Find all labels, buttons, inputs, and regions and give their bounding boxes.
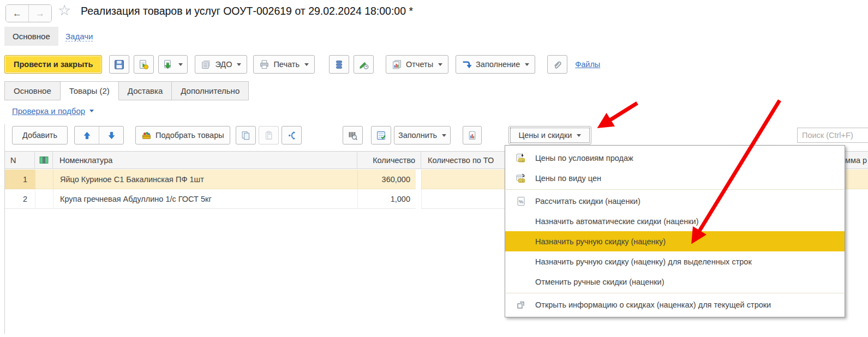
cell-marker <box>35 189 53 209</box>
chevron-down-icon <box>438 63 442 66</box>
menu-separator <box>506 189 844 190</box>
attachments-button[interactable] <box>547 55 567 74</box>
fill-table-button[interactable] <box>371 126 391 145</box>
document-tabs: Основное Товары (2) Доставка Дополнитель… <box>4 81 249 100</box>
print-button[interactable]: Печать <box>253 55 315 74</box>
menu-item-label: Рассчитать скидки (наценки) <box>535 197 640 206</box>
back-icon: ← <box>13 8 22 19</box>
forward-icon: → <box>35 8 45 19</box>
edo-button[interactable]: ЭДО <box>195 55 247 74</box>
paste-rows-button[interactable] <box>259 126 279 145</box>
pencil-clock-icon <box>358 59 369 70</box>
tab-delivery[interactable]: Доставка <box>119 81 172 100</box>
post-and-close-button[interactable]: Провести и закрыть <box>4 55 102 74</box>
barcode-search-button[interactable] <box>343 126 363 145</box>
menu-item-label: Назначить автоматические скидки (наценки… <box>535 217 699 226</box>
cell-sum-fragment <box>844 170 868 189</box>
registers-icon <box>334 59 344 70</box>
create-based-on-button[interactable] <box>158 55 188 74</box>
view-tab-tasks[interactable]: Задачи <box>65 32 93 41</box>
move-row-up-button[interactable] <box>75 127 99 144</box>
cell-n: 1 <box>5 170 35 189</box>
chevron-down-icon <box>525 63 529 66</box>
post-button[interactable] <box>134 55 154 74</box>
svg-text:1.11: 1.11 <box>519 159 524 161</box>
cell-marker <box>35 170 53 189</box>
document-chart-icon <box>467 130 477 141</box>
menu-item-prices-by-kind[interactable]: 1.11 Цены по виду цен <box>505 168 845 188</box>
edit-history-button[interactable] <box>354 55 374 74</box>
barcode-scanner-icon <box>348 130 358 141</box>
tab-additional[interactable]: Дополнительно <box>172 81 249 100</box>
column-header-qty[interactable]: Количество <box>357 151 421 169</box>
chevron-down-icon <box>89 110 94 112</box>
edo-icon <box>201 59 211 70</box>
prices-discounts-menu: 1.11 Цены по условиям продаж 1.11 Цены п… <box>505 145 845 317</box>
split-row-button[interactable] <box>282 126 302 145</box>
menu-item-label: Цены по условиям продаж <box>535 154 633 163</box>
search-input[interactable] <box>797 128 868 143</box>
price-tag-document-icon: 1.11 <box>516 153 526 164</box>
menu-item-manual-discount[interactable]: Назначить ручную скидку (наценку) <box>505 231 845 251</box>
print-button-label: Печать <box>273 60 300 69</box>
registers-button[interactable] <box>329 55 349 74</box>
svg-text:%: % <box>519 198 524 204</box>
svg-text:1.11: 1.11 <box>519 179 524 182</box>
copy-icon <box>241 130 251 141</box>
print-icon <box>259 59 270 70</box>
move-row-group <box>74 126 124 145</box>
cell-nomenclature: Яйцо Куриное С1 Бакалинская ПФ 1шт <box>53 170 357 189</box>
price-kind-table-icon: 1.11 <box>516 173 526 184</box>
chevron-down-icon <box>178 63 183 66</box>
column-header-qty-label: Количество <box>373 156 415 165</box>
back-button[interactable]: ← <box>6 5 28 22</box>
fill-button[interactable]: Заполнение <box>456 55 535 74</box>
add-row-button[interactable]: Добавить <box>12 126 68 145</box>
menu-item-label: Назначить ручную скидку (наценку) <box>535 237 666 246</box>
prices-discounts-button[interactable]: Цены и скидки <box>508 126 591 145</box>
row-chart-button[interactable] <box>463 126 482 145</box>
paperclip-icon <box>552 59 562 70</box>
column-header-n[interactable]: N <box>5 151 35 169</box>
arrow-down-icon <box>107 131 116 140</box>
table-check-icon <box>376 130 386 141</box>
split-arrows-icon <box>286 130 297 141</box>
move-row-down-button[interactable] <box>99 127 123 144</box>
chevron-down-icon <box>304 63 309 66</box>
fill-rows-button[interactable]: Заполнить <box>394 126 451 145</box>
create-based-on-icon <box>163 59 173 70</box>
menu-item-label: Открыть информацию о скидках (наценках) … <box>535 300 771 309</box>
save-icon <box>114 59 124 70</box>
menu-item-auto-discounts[interactable]: Назначить автоматические скидки (наценки… <box>505 211 845 231</box>
menu-item-manual-discount-selected-rows[interactable]: Назначить ручную скидку (наценку) для вы… <box>505 251 845 272</box>
save-button[interactable] <box>109 55 129 74</box>
reports-button[interactable]: Отчеты <box>386 55 448 74</box>
pick-goods-button[interactable]: Подобрать товары <box>135 126 230 145</box>
check-and-selection-link[interactable]: Проверка и подбор <box>12 106 94 116</box>
forward-button[interactable]: → <box>28 5 51 22</box>
reports-icon <box>392 59 402 70</box>
column-header-nomenclature[interactable]: Номенклатура <box>53 151 357 169</box>
column-header-sum-fragment[interactable]: мма р <box>844 151 868 169</box>
tab-goods[interactable]: Товары (2) <box>61 81 119 100</box>
cell-qty: 1,000 <box>357 189 416 209</box>
menu-item-cancel-manual-discounts[interactable]: Отменить ручные скидки (наценки) <box>505 272 845 292</box>
clipboard-icon <box>264 130 274 141</box>
menu-item-prices-by-terms[interactable]: 1.11 Цены по условиям продаж <box>505 148 845 168</box>
column-header-marker[interactable] <box>35 151 53 169</box>
history-nav: ← → <box>5 4 52 22</box>
fill-rows-label: Заполнить <box>398 131 437 140</box>
column-header-nomenclature-label: Номенклатура <box>59 156 112 165</box>
tab-main[interactable]: Основное <box>4 81 61 100</box>
view-tab-main[interactable]: Основное <box>4 27 58 46</box>
files-link[interactable]: Файлы <box>575 60 600 69</box>
menu-item-open-discount-info[interactable]: Открыть информацию о скидках (наценках) … <box>505 294 845 315</box>
document-window: ← → ☆ Реализация товаров и услуг ООУТ-00… <box>0 0 868 337</box>
prices-discounts-label: Цены и скидки <box>519 131 572 140</box>
column-header-sum-label: мма р <box>845 156 867 165</box>
reports-button-label: Отчеты <box>406 60 433 69</box>
favorite-star-icon[interactable]: ☆ <box>58 3 71 18</box>
copy-rows-button[interactable] <box>236 126 256 145</box>
chevron-down-icon <box>442 134 446 137</box>
menu-item-calc-discounts[interactable]: % Рассчитать скидки (наценки) <box>505 191 845 211</box>
